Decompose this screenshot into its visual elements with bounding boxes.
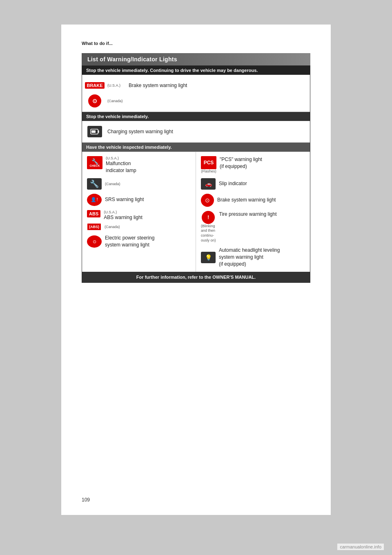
tire-label: Tire pressure warning light (219, 211, 277, 218)
stop-dangerous-header: Stop the vehicle immediately. Continuing… (82, 66, 310, 75)
main-page: What to do if... List of Warning/Indicat… (61, 25, 331, 515)
eps-row: ⊙! Electric power steering system warnin… (87, 235, 191, 248)
page-number: 109 (82, 497, 90, 503)
srs-icon: 👤! (87, 194, 102, 206)
eps-icon: ⊙! (87, 235, 102, 248)
charging-row: Charging system warning light (87, 125, 305, 138)
slip-icon: 🚗 (201, 178, 216, 190)
brake-canada-row: ⊙ (Canada) (87, 94, 305, 107)
abs-usa-row: ABS (U.S.A.) ABS warning light (87, 210, 191, 221)
inspected-grid: 🔧 CHECK (U.S.A.) Malfunction indicator l… (82, 152, 310, 272)
left-column: 🔧 CHECK (U.S.A.) Malfunction indicator l… (82, 152, 196, 272)
right-column: PCS (Flashes) "PCS" warning light (if eq… (196, 152, 310, 272)
watermark: carmanualonline.info (337, 544, 384, 550)
brake-canada-icon: ⊙ (87, 94, 102, 107)
srs-row: 👤! SRS warning light (87, 194, 191, 206)
section-title: What to do if... (82, 41, 310, 46)
headlight-row: 💡 Automatic headlight leveling system wa… (201, 247, 305, 267)
tire-row: ! (Blinkingand thencontinu-ously on) Tir… (201, 211, 305, 243)
slip-label: Slip indicator (219, 180, 247, 187)
abs-label: ABS warning light (104, 214, 143, 221)
headlight-label: Automatic headlight leveling system warn… (219, 247, 280, 267)
svg-rect-2 (91, 130, 96, 133)
brake-usa-row: BRAKE (U.S.A.) Brake system warning ligh… (87, 79, 305, 92)
srs-label: SRS warning light (105, 196, 144, 203)
brake-circle-row: ⊙ Brake system warning light (201, 194, 305, 207)
stop-immediately-header: Stop the vehicle immediately. (82, 112, 310, 121)
check-usa-icon: 🔧 CHECK (87, 156, 102, 169)
charging-icon (87, 125, 102, 138)
eps-label: Electric power steering system warning l… (105, 235, 154, 248)
footer-text: For further information, refer to the OW… (136, 275, 256, 280)
charging-block: Charging system warning light (82, 121, 310, 143)
abs-canada-tag: (Canada) (105, 225, 121, 229)
brake-label: Brake system warning light (129, 82, 187, 89)
svg-rect-1 (98, 130, 99, 133)
brake-warning-block: BRAKE (U.S.A.) Brake system warning ligh… (82, 75, 310, 112)
header-text: List of Warning/Indicator Lights (87, 56, 177, 63)
inspected-header: Have the vehicle inspected immediately. (82, 143, 310, 152)
brake-usa-icon: BRAKE (87, 79, 102, 92)
brake-canada-tag: (Canada) (107, 99, 124, 103)
brake-usa-tag: (U.S.A.) (107, 83, 124, 87)
charging-label: Charging system warning light (107, 128, 173, 135)
check-canada-icon: 🔧 (87, 178, 102, 190)
canada-tag: (Canada) (105, 182, 121, 186)
brake-circle-label: Brake system warning light (217, 197, 276, 204)
pcs-row: PCS (Flashes) "PCS" warning light (if eq… (201, 156, 305, 174)
brake-circle-icon: ⊙ (201, 194, 214, 207)
slip-row: 🚗 Slip indicator (201, 178, 305, 190)
abs-canada-icon: (ABS) (87, 223, 101, 231)
footer-bar: For further information, refer to the OW… (82, 272, 310, 282)
warning-table: Stop the vehicle immediately. Continuing… (82, 65, 310, 283)
tire-icon: ! (202, 211, 215, 224)
section-header-bar: List of Warning/Indicator Lights (82, 53, 310, 65)
abs-canada-row: (ABS) (Canada) (87, 223, 191, 231)
tire-icon-wrapper: ! (Blinkingand thencontinu-ously on) (201, 211, 216, 243)
headlight-icon: 💡 (201, 252, 216, 263)
pcs-icon: PCS (Flashes) (201, 156, 216, 174)
abs-usa-icon: ABS (87, 210, 100, 217)
malfunction-usa-row: 🔧 CHECK (U.S.A.) Malfunction indicator l… (87, 156, 191, 174)
pcs-label: "PCS" warning light (if equipped) (220, 156, 262, 170)
malfunction-canada-row: 🔧 (Canada) (87, 178, 191, 190)
